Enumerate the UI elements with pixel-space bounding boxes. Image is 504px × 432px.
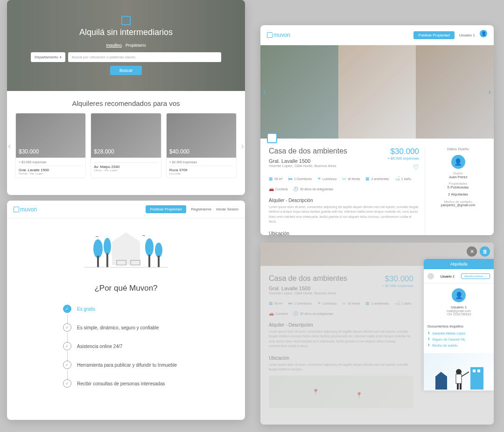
tenant-name: Usuario 1	[428, 305, 489, 309]
card-expenses: + $3.000 expensas	[19, 160, 83, 166]
owner-props-label: Propiedades	[431, 182, 485, 185]
register-link[interactable]: Registrarme	[191, 207, 211, 211]
search-input[interactable]: Buscá por ubicación o palabras claves	[68, 52, 221, 62]
gallery-image[interactable]	[260, 45, 338, 139]
owner-card: Datos Dueño 👤 Dueño Juan Perez Propiedad…	[425, 147, 485, 235]
publish-button[interactable]: Publicar Propiedad	[413, 31, 455, 39]
owner-rented: 2 Alquiladas	[431, 192, 485, 196]
document-link[interactable]: ⬇Garantía Matías López	[427, 331, 490, 335]
cards-carousel: ‹ $30.000 + $3.000 expensas Gral. Lavall…	[7, 113, 245, 178]
user-label[interactable]: Usuario 1	[459, 33, 475, 37]
svg-marker-1	[112, 232, 140, 242]
card-expenses	[94, 160, 158, 163]
owner-avatar-icon: 👤	[451, 155, 465, 169]
document-link[interactable]: ⬇Recibo de sueldo	[427, 343, 490, 347]
type-select[interactable]: Departamento	[31, 52, 65, 62]
search-button[interactable]: Buscar	[110, 66, 142, 75]
publish-button[interactable]: Publicar Propiedad	[146, 205, 187, 213]
card-expenses: + $2.000 expensas	[169, 160, 233, 166]
tab-tenant[interactable]: Inquilino	[106, 43, 122, 48]
garage-icon: 🚗	[269, 187, 274, 191]
documents-heading: Documentos Inquilino	[427, 324, 490, 328]
download-icon: ⬇	[427, 343, 430, 347]
svg-rect-15	[470, 367, 483, 390]
tab-owner[interactable]: Propietario	[126, 43, 146, 48]
spec-label: 1 baño	[401, 177, 411, 181]
spec-item: 🛁1 baño	[395, 176, 411, 181]
recommended-title: Alquileres recomendados para vos	[7, 99, 245, 107]
carousel-next-icon[interactable]: ›	[241, 140, 244, 151]
gallery-image[interactable]	[416, 45, 494, 139]
svg-rect-7	[148, 255, 150, 267]
step-item: ✓Es gratis	[63, 305, 189, 313]
carousel-prev-icon[interactable]: ‹	[8, 140, 11, 151]
rented-overlay-panel: ✕ 🗑 Casa de dos ambientes Gral. Lavalle …	[260, 243, 494, 425]
tenant-avatar-icon: 👤	[452, 288, 466, 302]
listing-card[interactable]: $40.000 + $2.000 expensas Roca 3709 La L…	[166, 113, 237, 178]
listing-card[interactable]: $28.000 Av. Maipú 2340 Olivos - Vte. Lop…	[91, 113, 161, 178]
card-image: $40.000	[167, 113, 236, 158]
card-image: $28.000	[91, 113, 161, 158]
card-location: Florida - Vte. Lopez	[19, 172, 83, 175]
property-title: Casa de dos ambientes	[269, 147, 347, 155]
svg-point-6	[145, 238, 154, 256]
card-location: La Lucila	[169, 172, 233, 175]
document-label: Recibo de sueldo	[432, 344, 457, 347]
svg-point-2	[93, 239, 103, 258]
svg-point-8	[155, 243, 162, 258]
delete-icon[interactable]: 🗑	[480, 246, 490, 257]
spec-label: 1 Dormitorio	[294, 177, 312, 181]
avatar-icon[interactable]: 👤	[480, 30, 487, 37]
card-location: Olivos - Vte. Lopez	[94, 169, 158, 172]
download-icon: ⬇	[427, 337, 430, 341]
logo[interactable]: muvon	[267, 32, 290, 38]
document-label: Seguro de Caución ML	[432, 338, 466, 341]
tenant-side-panel: Alquilada Usuario 1 Alquiler exitoso → 👤…	[424, 259, 494, 390]
search-row: Departamento Buscá por ubicación o palab…	[31, 52, 221, 62]
tenant-phone: +54 1534785643	[428, 313, 489, 316]
svg-rect-16	[473, 369, 476, 372]
logo[interactable]: muvon	[14, 206, 37, 213]
step-item: ✓Herramienta para publicar y difundir tu…	[63, 361, 189, 369]
front-icon: ▭	[342, 176, 346, 181]
svg-rect-13	[435, 376, 447, 390]
logo-text: muvon	[273, 32, 290, 38]
illustration	[7, 228, 245, 274]
card-image: $30.000	[16, 113, 85, 158]
spec-label: Al frente	[348, 177, 360, 181]
svg-point-4	[104, 238, 111, 255]
spec-label: 2 ambientes	[371, 177, 389, 181]
step-label: Es simple, dinámico, seguro y confiable	[77, 325, 159, 330]
navbar: muvon Publicar Propiedad Usuario 1 👤	[260, 25, 494, 45]
description-text: Lorem ipsum dolor sit amet, consectetur …	[269, 205, 419, 224]
listing-card[interactable]: $30.000 + $3.000 expensas Gral. Lavalle …	[15, 113, 86, 178]
step-label: Herramienta para publicar y difundir tu …	[77, 362, 177, 368]
why-panel: muvon Publicar Propiedad Registrarme Ini…	[7, 201, 245, 420]
check-icon: ✓	[63, 323, 71, 332]
bed-icon: 🛏	[288, 176, 293, 181]
age-icon: 🕐	[293, 187, 298, 191]
step-item: ✓Es simple, dinámico, seguro y confiable	[63, 323, 189, 332]
spec-item: ☀Luminoso	[317, 176, 336, 181]
svg-marker-14	[435, 372, 447, 376]
spec-item: ▦2 ambientes	[365, 176, 389, 181]
spec-item: 🕐30 años de antigüedad	[293, 187, 333, 191]
step-label: Asistencia online 24/7	[77, 344, 122, 349]
svg-rect-20	[457, 383, 459, 390]
close-icon[interactable]: ✕	[467, 246, 477, 257]
check-icon: ✓	[63, 342, 71, 350]
photo-gallery: ‹ ›	[260, 45, 494, 139]
gallery-next-icon[interactable]: ›	[489, 88, 491, 96]
favorite-icon[interactable]: ♡	[387, 163, 419, 171]
gallery-prev-icon[interactable]: ‹	[263, 88, 266, 96]
owner-email: juanperez_@gmail.com	[431, 203, 485, 207]
property-address: Gral. Lavalle 1500	[269, 158, 347, 164]
illustration	[424, 353, 494, 390]
spec-label: 30 años de antigüedad	[300, 188, 333, 191]
login-link[interactable]: Iniciar Sesión	[216, 207, 238, 211]
gallery-image[interactable]	[338, 45, 416, 139]
document-link[interactable]: ⬇Seguro de Caución ML	[427, 337, 490, 341]
specs-list: ▦50 m² 🛏1 Dormitorio ☀Luminoso ▭Al frent…	[269, 176, 419, 191]
success-button[interactable]: Alquiler exitoso →	[461, 273, 490, 279]
step-label: Es gratis	[77, 307, 95, 312]
